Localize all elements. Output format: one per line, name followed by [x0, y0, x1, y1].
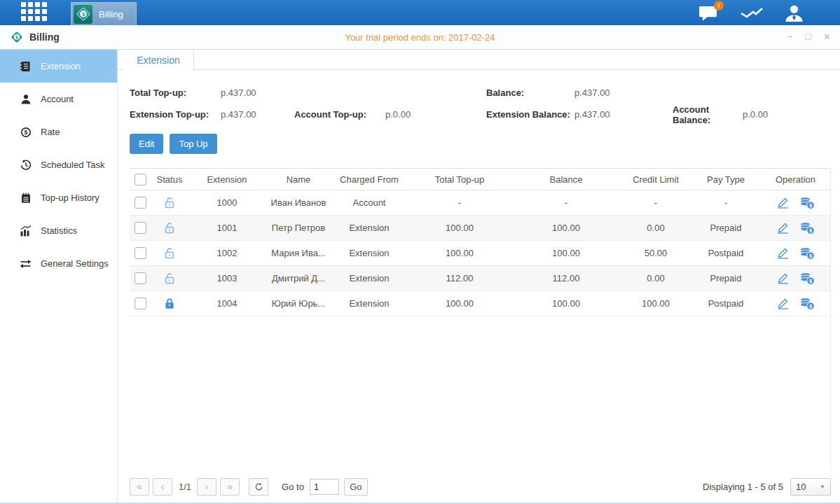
column-header-status: Status: [151, 169, 188, 190]
column-header-operation: Operation: [760, 169, 831, 190]
extension-icon: [20, 61, 32, 72]
row-checkbox[interactable]: [135, 197, 146, 209]
pay-type-cell: Postpaid: [691, 241, 760, 266]
balance-value: p.437.00: [574, 88, 673, 98]
balance-cell: 100.00: [512, 291, 620, 316]
sidebar-item-rate[interactable]: $Rate: [0, 115, 117, 148]
extension-grid: StatusExtensionNameCharged FromTotal Top…: [130, 168, 831, 470]
edit-extension-icon[interactable]: [776, 197, 790, 209]
sidebar-item-extension[interactable]: Extension: [0, 50, 117, 83]
status-cell: [151, 190, 188, 216]
minimize-icon[interactable]: −: [787, 31, 792, 43]
lock-open-icon[interactable]: [164, 222, 175, 234]
window-title-group: $ Billing: [10, 30, 60, 44]
account-topup-label: Account Top-up:: [294, 109, 385, 120]
last-page-button[interactable]: »: [220, 478, 240, 496]
trial-message: Your trial period ends on: 2017-02-24: [345, 32, 495, 43]
notification-badge: !: [714, 1, 724, 10]
account-topup-value: p.0.00: [385, 109, 486, 120]
sidebar-item-account[interactable]: Account: [0, 83, 117, 115]
app-launcher-icon[interactable]: [21, 2, 47, 21]
edit-extension-icon[interactable]: [776, 298, 790, 309]
first-page-button[interactable]: «: [130, 478, 149, 496]
operation-cell: $: [760, 241, 831, 266]
total-topup-value: p.437.00: [221, 88, 294, 98]
row-checkbox[interactable]: [135, 247, 146, 259]
sidebar-item-label: Rate: [41, 127, 60, 137]
table-row: 1002Мария Ива...Extension100.00100.0050.…: [130, 241, 831, 266]
user-menu-icon[interactable]: [785, 4, 804, 22]
refresh-icon[interactable]: [249, 478, 268, 496]
prev-page-button[interactable]: ‹: [153, 478, 172, 496]
billing-title-icon: $: [10, 30, 24, 44]
page-indicator: 1/1: [179, 482, 191, 492]
go-button[interactable]: Go: [344, 478, 368, 496]
pagination-info: Displaying 1 - 5 of 5 10 ▼: [703, 478, 831, 496]
tab-strip: Extension: [118, 50, 840, 70]
status-cell: [151, 241, 188, 266]
row-checkbox[interactable]: [135, 222, 146, 234]
resource-monitor-icon[interactable]: [740, 4, 764, 21]
row-checkbox[interactable]: [135, 298, 146, 309]
total-topup-cell: -: [407, 190, 512, 216]
displaying-text: Displaying 1 - 5 of 5: [703, 482, 783, 492]
top-up-extension-icon[interactable]: $: [799, 272, 815, 285]
sidebar-item-general-settings[interactable]: General Settings: [0, 247, 117, 280]
charged-from-cell: Extension: [331, 216, 407, 241]
lock-closed-icon[interactable]: [164, 298, 175, 309]
column-header-name: Name: [266, 169, 331, 190]
maximize-icon[interactable]: □: [805, 31, 811, 43]
sidebar-item-label: Extension: [41, 61, 81, 71]
next-page-button[interactable]: ›: [197, 478, 216, 496]
top-up-extension-icon[interactable]: $: [799, 222, 815, 234]
top-up-extension-icon[interactable]: $: [799, 247, 815, 260]
window-titlebar: $ Billing Your trial period ends on: 201…: [0, 25, 840, 50]
balance-cell: -: [512, 190, 620, 216]
app-tab-billing[interactable]: $ Billing: [71, 2, 137, 25]
top-up-extension-icon[interactable]: $: [799, 197, 815, 209]
operation-cell: $: [760, 291, 831, 316]
billing-app-icon: $: [74, 5, 92, 24]
extension-topup-label: Extension Top-up:: [130, 109, 221, 120]
charged-from-cell: Account: [331, 190, 407, 216]
name-cell: Мария Ива...: [266, 241, 331, 266]
edit-extension-icon[interactable]: [776, 272, 790, 284]
name-cell: Иван Иванов: [266, 190, 331, 216]
close-icon[interactable]: ×: [824, 31, 830, 43]
credit-limit-cell: 100.00: [620, 291, 691, 316]
checkbox-cell: [130, 216, 151, 241]
page-size-value: 10: [796, 482, 806, 492]
row-checkbox[interactable]: [135, 272, 146, 284]
top-up-extension-icon[interactable]: $: [799, 298, 815, 310]
notifications-icon[interactable]: !: [698, 4, 719, 22]
statistics-icon: [20, 225, 32, 237]
extension-cell: 1003: [188, 266, 266, 291]
top-up-button[interactable]: Top Up: [170, 134, 216, 154]
operation-cell: $: [760, 266, 831, 291]
edit-button[interactable]: Edit: [130, 134, 163, 154]
extension-topup-value: p.437.00: [221, 109, 294, 120]
table-row: 1000Иван ИвановAccount----$: [130, 190, 831, 216]
page-size-select[interactable]: 10 ▼: [790, 478, 831, 496]
credit-limit-cell: 50.00: [620, 241, 691, 266]
select-all-checkbox[interactable]: [135, 174, 146, 186]
lock-open-icon[interactable]: [164, 247, 175, 259]
sidebar-item-scheduled-task[interactable]: Scheduled Task: [0, 148, 117, 181]
tab-extension[interactable]: Extension: [123, 50, 194, 70]
status-cell: [151, 216, 188, 241]
edit-extension-icon[interactable]: [776, 247, 790, 259]
column-header-balance: Balance: [512, 169, 620, 190]
edit-extension-icon[interactable]: [776, 222, 790, 234]
sidebar-item-topup-history[interactable]: Top-up History: [0, 181, 117, 214]
checkbox-cell: [130, 241, 151, 266]
sidebar-item-label: Scheduled Task: [41, 160, 105, 170]
table-row: 1004Юрий Юрь...Extension100.00100.00100.…: [130, 291, 831, 316]
checkbox-cell: [130, 291, 151, 316]
goto-page-input[interactable]: [310, 479, 339, 495]
status-cell: [151, 291, 188, 316]
column-header-extension: Extension: [188, 169, 266, 190]
sidebar-item-statistics[interactable]: Statistics: [0, 214, 117, 247]
lock-open-icon[interactable]: [164, 197, 175, 209]
lock-open-icon[interactable]: [164, 272, 175, 284]
total-topup-cell: 100.00: [407, 291, 512, 316]
